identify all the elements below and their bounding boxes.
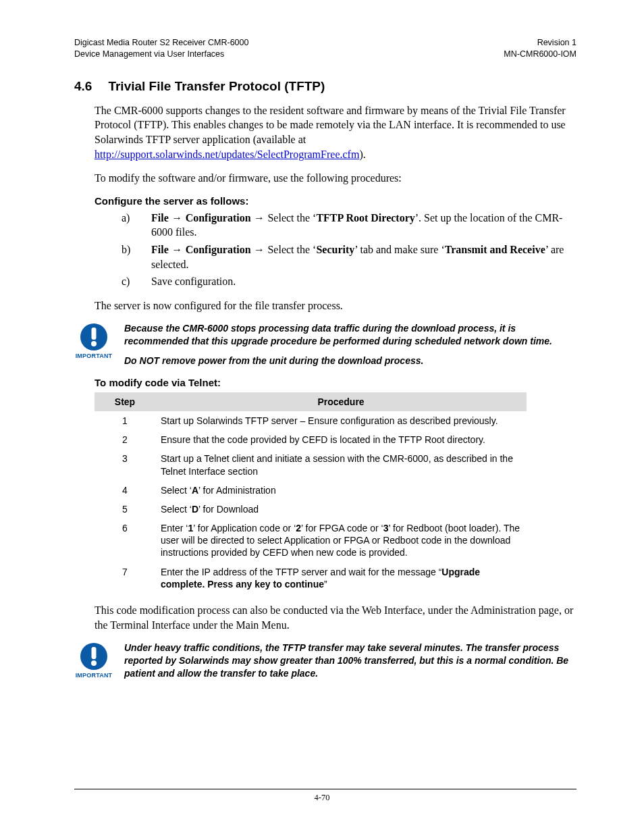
- solarwinds-link[interactable]: http://support.solarwinds.net/updates/Se…: [95, 149, 359, 160]
- telnet-heading: To modify code via Telnet:: [95, 377, 576, 388]
- col-step: Step: [95, 392, 155, 411]
- after-table-paragraph: This code modification process can also …: [95, 603, 576, 632]
- header-left-line1: Digicast Media Router S2 Receiver CMR-60…: [74, 37, 248, 49]
- header-right-line1: Revision 1: [504, 37, 576, 49]
- important-label: IMPORTANT: [74, 353, 113, 359]
- table-row: 7 Enter the IP address of the TFTP serve…: [95, 563, 527, 594]
- procedure-table: Step Procedure 1 Start up Solarwinds TFT…: [95, 392, 527, 594]
- table-row: 1 Start up Solarwinds TFTP server – Ensu…: [95, 411, 527, 430]
- configure-item-b: b)File → Configuration → Select the ‘Sec…: [136, 242, 576, 271]
- intro-paragraph-1: The CMR-6000 supports changes to the res…: [95, 103, 576, 161]
- page-header: Digicast Media Router S2 Receiver CMR-60…: [74, 37, 576, 60]
- table-row: 4 Select ‘A’ for Administration: [95, 481, 527, 500]
- important-callout-2: IMPORTANT Under heavy traffic conditions…: [74, 642, 576, 680]
- section-number: 4.6: [74, 79, 92, 93]
- important-icon: [74, 642, 113, 671]
- configure-list: a)File → Configuration → Select the ‘TFT…: [136, 211, 576, 289]
- header-left-line2: Device Management via User Interfaces: [74, 49, 248, 60]
- intro-paragraph-2: To modify the software and/or firmware, …: [95, 171, 576, 186]
- table-row: 6 Enter ‘1’ for Application code or ‘2’ …: [95, 519, 527, 563]
- configure-item-c: c)Save configuration.: [136, 274, 576, 289]
- footer-rule: [74, 789, 576, 789]
- important-icon: [74, 322, 113, 352]
- table-row: 2 Ensure that the code provided by CEFD …: [95, 430, 527, 449]
- svg-rect-4: [92, 647, 97, 659]
- svg-rect-1: [92, 328, 97, 340]
- section-title-text: Trivial File Transfer Protocol (TFTP): [108, 79, 325, 93]
- page-number: 4-70: [0, 793, 644, 803]
- col-procedure: Procedure: [155, 392, 527, 411]
- section-heading: 4.6Trivial File Transfer Protocol (TFTP): [74, 79, 576, 94]
- important1-text2: Do NOT remove power from the unit during…: [124, 355, 576, 367]
- configure-item-a: a)File → Configuration → Select the ‘TFT…: [136, 211, 576, 240]
- after-config-paragraph: The server is now configured for the fil…: [95, 298, 576, 313]
- svg-point-2: [91, 341, 97, 346]
- header-right-line2: MN-CMR6000-IOM: [504, 49, 576, 60]
- important-label: IMPORTANT: [74, 672, 113, 679]
- important2-text: Under heavy traffic conditions, the TFTP…: [124, 642, 576, 680]
- configure-heading: Configure the server as follows:: [95, 195, 576, 207]
- table-row: 3 Start up a Telnet client and initiate …: [95, 449, 527, 480]
- table-row: 5 Select ‘D’ for Download: [95, 500, 527, 519]
- svg-point-5: [91, 660, 97, 666]
- important1-text1: Because the CMR-6000 stops processing da…: [124, 322, 576, 348]
- important-callout-1: IMPORTANT Because the CMR-6000 stops pro…: [74, 322, 576, 367]
